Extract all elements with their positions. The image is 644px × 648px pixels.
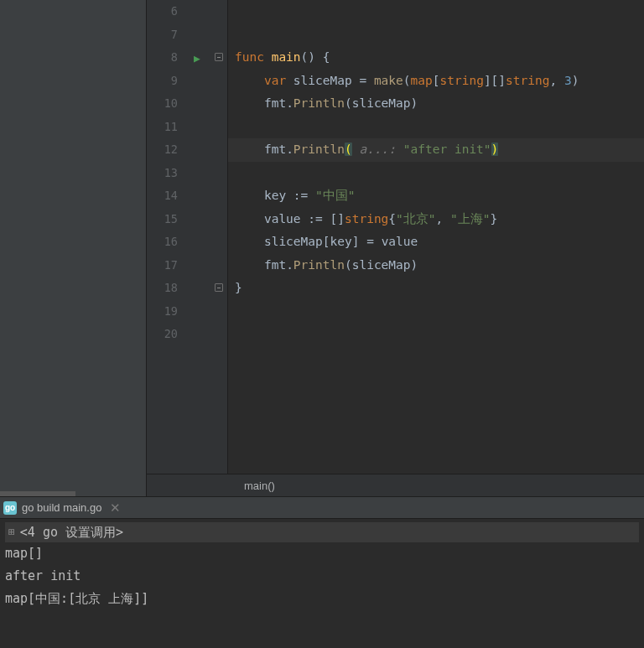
line-number[interactable]: 7 [147, 23, 178, 47]
editor: 67891011121314151617181920 ▶ func main()… [147, 0, 644, 496]
code-token: string [345, 212, 388, 226]
code-token: } [491, 212, 498, 226]
code-line[interactable] [228, 300, 644, 324]
code-token: sliceMap [352, 258, 411, 272]
code-token: ) [491, 143, 499, 156]
code-line[interactable] [228, 0, 644, 23]
code-token [235, 212, 264, 226]
code-line[interactable]: func main() { [228, 46, 644, 70]
code-area[interactable]: func main() { var sliceMap = make(map[st… [228, 0, 644, 474]
line-number[interactable]: 19 [147, 300, 178, 324]
code-token: string [506, 74, 549, 87]
code-token: ( [403, 74, 411, 87]
fold-icon[interactable] [215, 283, 223, 292]
line-number[interactable]: 16 [147, 231, 178, 254]
run-gutter[interactable]: ▶ [188, 0, 213, 474]
code-token: { [388, 212, 396, 226]
code-token: 3 [564, 74, 572, 87]
code-token: ( [345, 258, 352, 272]
code-token: ( [345, 143, 352, 156]
run-tab-title[interactable]: go build main.go [22, 501, 101, 514]
line-number[interactable]: 9 [147, 70, 178, 93]
code-token: string [439, 74, 483, 87]
run-console[interactable]: ⊞ <4 go 设置调用> map[]after initmap[中国:[北京 … [0, 519, 644, 610]
line-number-gutter[interactable]: 67891011121314151617181920 [147, 0, 188, 474]
code-token: key [264, 189, 286, 202]
code-token: . [286, 258, 293, 272]
code-token: ][] [484, 74, 506, 87]
code-token: := [286, 189, 315, 202]
code-line[interactable] [228, 162, 644, 185]
code-token: . [286, 143, 293, 156]
code-token: ) [411, 96, 418, 110]
console-command-line[interactable]: ⊞ <4 go 设置调用> [5, 522, 639, 542]
code-token: , [549, 74, 564, 87]
code-line[interactable] [228, 323, 644, 346]
code-token: = [359, 235, 381, 248]
code-line[interactable]: fmt.Println(sliceMap) [228, 92, 644, 116]
expand-icon[interactable]: ⊞ [8, 522, 15, 542]
line-number[interactable]: 20 [147, 323, 178, 346]
code-token: } [235, 281, 242, 294]
code-token: sliceMap [264, 235, 323, 248]
code-token: make [374, 74, 403, 87]
run-line-icon[interactable]: ▶ [194, 52, 200, 65]
line-number[interactable]: 18 [147, 277, 178, 300]
code-line[interactable]: key := "中国" [228, 184, 644, 208]
console-output-line: after init [5, 565, 639, 588]
breadcrumb[interactable]: main() [147, 474, 644, 496]
code-token: [ [323, 235, 330, 248]
project-scrollbar-thumb[interactable] [0, 491, 75, 496]
go-run-icon: go [3, 501, 17, 515]
code-token: map [411, 74, 433, 87]
code-token: fmt [264, 96, 286, 110]
code-line[interactable]: value := []string{"北京", "上海"} [228, 208, 644, 231]
code-token: var [264, 74, 293, 87]
code-token: func [235, 50, 272, 64]
line-number[interactable]: 10 [147, 92, 178, 116]
code-token: := [] [301, 212, 345, 226]
code-token: = [352, 74, 374, 87]
code-line[interactable]: } [228, 277, 644, 300]
code-token: fmt [264, 258, 286, 272]
code-token [235, 258, 264, 272]
code-token: ( [345, 96, 352, 110]
code-token: key [330, 235, 352, 248]
line-number[interactable]: 8 [147, 46, 178, 70]
line-number[interactable]: 6 [147, 0, 178, 23]
project-tool-window[interactable] [0, 0, 147, 496]
console-output-line: map[] [5, 542, 639, 565]
code-line[interactable] [228, 116, 644, 139]
code-token: ) [572, 74, 579, 87]
fold-icon[interactable] [215, 53, 223, 61]
line-number[interactable]: 14 [147, 184, 178, 208]
code-token: value [382, 235, 418, 248]
code-token: Println [293, 96, 345, 110]
code-token: ) [411, 258, 418, 272]
code-token: () [301, 50, 315, 64]
code-line[interactable]: fmt.Println(sliceMap) [228, 254, 644, 277]
line-number[interactable]: 13 [147, 162, 178, 185]
run-tab-strip: go go build main.go ✕ [0, 496, 644, 519]
code-token [235, 143, 264, 156]
line-number[interactable]: 12 [147, 138, 178, 162]
code-line[interactable]: var sliceMap = make(map[string][]string,… [228, 70, 644, 93]
close-icon[interactable]: ✕ [110, 501, 121, 514]
code-token: value [264, 212, 301, 226]
code-token: . [286, 96, 293, 110]
console-output-line: map[中国:[北京 上海]] [5, 588, 639, 610]
code-line[interactable]: fmt.Println( a...: "after init") [228, 138, 644, 162]
code-line[interactable] [228, 23, 644, 47]
code-token: { [315, 50, 330, 64]
code-token: "北京" [396, 212, 435, 226]
code-token: "中国" [315, 189, 355, 202]
code-token: "上海" [450, 212, 490, 226]
line-number[interactable]: 17 [147, 254, 178, 277]
fold-gutter[interactable] [213, 0, 228, 474]
code-token: Println [293, 258, 345, 272]
line-number[interactable]: 15 [147, 208, 178, 231]
line-number[interactable]: 11 [147, 116, 178, 139]
code-line[interactable]: sliceMap[key] = value [228, 231, 644, 254]
code-token: main [272, 50, 301, 64]
code-token [235, 189, 264, 202]
